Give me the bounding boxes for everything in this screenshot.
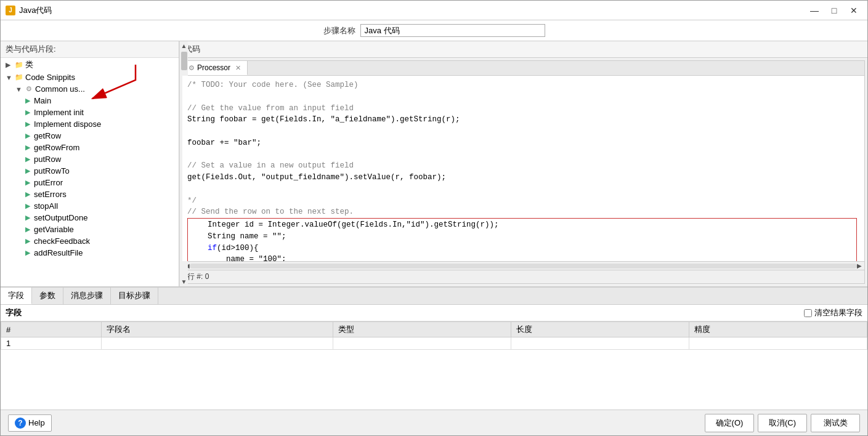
highlighted-code-block: Integer id = Integer.valueOf(get(Fields.… — [187, 218, 857, 261]
tree-item-getrow[interactable]: ▶ getRow — [1, 130, 179, 142]
code-line: /* TODO: Your code here. (See Sample) — [187, 79, 859, 91]
tree-arrow-checkfeedback: ▶ — [25, 237, 34, 245]
tree-label-common: Common us... — [35, 84, 85, 94]
close-button[interactable]: ✕ — [845, 4, 862, 17]
minimize-button[interactable]: — — [806, 4, 823, 17]
main-content: 类与代码片段: ▶ 📁 类 ▼ 📁 Code Snippits — [1, 41, 867, 286]
horizontal-scrollbar[interactable]: ◀ ▶ — [182, 261, 864, 270]
tree-arrow-addresultfile: ▶ — [25, 249, 34, 257]
maximize-button[interactable]: □ — [825, 4, 843, 17]
code-line: String name = ""; — [189, 231, 855, 243]
tab-message-step[interactable]: 消息步骤 — [63, 288, 111, 304]
tree-item-seterrors[interactable]: ▶ setErrors — [1, 188, 179, 200]
ok-button[interactable]: 确定(O) — [705, 414, 754, 432]
tree-container: ▶ 📁 类 ▼ 📁 Code Snippits ▼ ⚙ Common — [1, 58, 179, 286]
hscroll-thumb[interactable] — [190, 264, 857, 268]
fields-table: # 字段名 类型 长度 精度 1 — [1, 321, 867, 350]
tree-item-dispose[interactable]: ▶ Implement dispose — [1, 118, 179, 130]
tab-close-button[interactable]: ✕ — [235, 64, 241, 72]
step-name-row: 步骤名称 — [1, 20, 867, 41]
cancel-button[interactable]: 取消(C) — [758, 414, 807, 432]
code-line — [187, 149, 859, 161]
tree-label-checkfeedback: checkFeedback — [34, 236, 90, 246]
tree-arrow-stopall: ▶ — [25, 202, 34, 210]
cell-length[interactable] — [511, 337, 689, 350]
tab-fields[interactable]: 字段 — [1, 288, 32, 304]
help-label: Help — [28, 418, 45, 427]
tree-label-getrowfrom: getRowFrom — [34, 143, 79, 152]
test-button[interactable]: 测试类 — [811, 414, 860, 432]
col-header-name: 字段名 — [101, 322, 333, 337]
bottom-tabs: 字段 参数 消息步骤 目标步骤 — [1, 288, 867, 305]
tree-item-snippits[interactable]: ▼ 📁 Code Snippits — [1, 71, 179, 83]
tree-label-putrow: putRow — [34, 155, 61, 164]
tree-label-getrow: getRow — [34, 131, 61, 140]
tree-item-setoutputdone[interactable]: ▶ setOutputDone — [1, 212, 179, 224]
tree-label-puterror: putError — [34, 178, 63, 187]
tree-item-class[interactable]: ▶ 📁 类 — [1, 58, 179, 71]
tree-item-init[interactable]: ▶ Implement init — [1, 107, 179, 118]
folder-icon-snippits: 📁 — [14, 73, 24, 82]
table-row[interactable]: 1 — [1, 337, 867, 350]
help-button[interactable]: ? Help — [8, 414, 52, 432]
scroll-down-arrow[interactable]: ▼ — [181, 278, 187, 285]
tree-arrow-seterrors: ▶ — [25, 190, 34, 198]
fields-title: 字段 — [6, 307, 22, 318]
tab-processor[interactable]: ⚙ Processor ✕ — [182, 61, 248, 75]
right-panel: 代码 ⚙ Processor ✕ /* TODO: Your code here… — [179, 41, 867, 286]
hscroll-right-arrow[interactable]: ▶ — [857, 262, 862, 269]
clear-fields-label: 清空结果字段 — [814, 307, 862, 318]
tree-item-puterror[interactable]: ▶ putError — [1, 177, 179, 188]
status-bar-code: 行 #: 0 — [182, 270, 864, 283]
tab-icon: ⚙ — [189, 64, 195, 72]
tree-item-putrow[interactable]: ▶ putRow — [1, 153, 179, 165]
tree-item-common[interactable]: ▼ ⚙ Common us... — [1, 83, 179, 95]
title-bar-controls: — □ ✕ — [806, 4, 862, 17]
cell-precision[interactable] — [689, 337, 867, 350]
tree-item-addresultfile[interactable]: ▶ addResultFile — [1, 247, 179, 259]
tree-item-putrowto[interactable]: ▶ putRowTo — [1, 165, 179, 177]
tree-arrow-getrowfrom: ▶ — [25, 143, 34, 151]
code-line — [187, 91, 859, 103]
tree-label-setoutputdone: setOutputDone — [34, 213, 87, 222]
title-bar: J Java代码 — □ ✕ — [1, 1, 867, 20]
col-header-num: # — [1, 322, 102, 337]
table-area: # 字段名 类型 长度 精度 1 — [1, 321, 867, 410]
editor-area: ⚙ Processor ✕ /* TODO: Your code here. (… — [182, 60, 865, 284]
tree-label-putrowto: putRowTo — [34, 166, 70, 176]
tree-label-class: 类 — [25, 59, 33, 70]
scroll-thumb[interactable] — [181, 52, 187, 70]
step-name-label: 步骤名称 — [323, 25, 355, 36]
step-name-input[interactable] — [360, 24, 545, 37]
tree-item-checkfeedback[interactable]: ▶ checkFeedback — [1, 235, 179, 247]
tree-item-stopall[interactable]: ▶ stopAll — [1, 200, 179, 212]
tab-params[interactable]: 参数 — [32, 288, 63, 304]
tree-label-getvariable: getVariable — [34, 225, 74, 234]
tab-target-step[interactable]: 目标步骤 — [111, 288, 158, 304]
code-editor[interactable]: /* TODO: Your code here. (See Sample) //… — [182, 76, 864, 261]
footer: ? Help 确定(O) 取消(C) 测试类 — [1, 410, 867, 435]
fields-header: 字段 清空结果字段 — [1, 305, 867, 321]
cell-num: 1 — [1, 337, 102, 350]
col-header-type: 类型 — [333, 322, 511, 337]
tree-arrow-class: ▶ — [6, 61, 14, 69]
cell-name[interactable] — [101, 337, 333, 350]
tree-item-getvariable[interactable]: ▶ getVariable — [1, 224, 179, 235]
cell-type[interactable] — [333, 337, 511, 350]
tree-label-seterrors: setErrors — [34, 190, 67, 199]
code-line: String foobar = get(Fields.In, "a_fieldn… — [187, 114, 859, 126]
tree-arrow-putrow: ▶ — [25, 155, 34, 163]
code-line: get(Fields.Out, "output_fieldname").setV… — [187, 172, 859, 184]
tree-label-main: Main — [34, 96, 51, 105]
scroll-up-arrow[interactable]: ▲ — [181, 42, 187, 49]
tree-arrow-puterror: ▶ — [25, 179, 34, 187]
tree-label-dispose: Implement dispose — [34, 119, 101, 129]
tree-arrow-dispose: ▶ — [25, 120, 34, 128]
tree-item-getrowfrom[interactable]: ▶ getRowFrom — [1, 142, 179, 153]
clear-fields-checkbox[interactable] — [804, 309, 812, 317]
title-bar-left: J Java代码 — [6, 5, 52, 16]
tree-item-main[interactable]: ▶ Main — [1, 95, 179, 107]
tree-label-snippits: Code Snippits — [25, 73, 75, 82]
code-line: foobar += "bar"; — [187, 137, 859, 149]
code-line — [187, 184, 859, 195]
